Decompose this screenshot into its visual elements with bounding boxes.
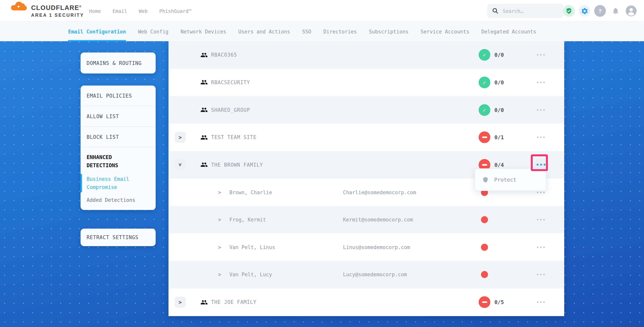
tab-delegated-accounts[interactable]: Delegated Accounts — [481, 22, 536, 41]
protection-count: 0/0 — [494, 79, 504, 85]
check-icon: ✓ — [478, 49, 490, 61]
tab-service-accounts[interactable]: Service Accounts — [421, 22, 469, 41]
status-dot — [481, 271, 488, 278]
member-name: Van Pelt, Lucy — [230, 272, 272, 278]
tab-sso[interactable]: SSO — [302, 22, 311, 41]
table-row-group: > TEST TEAM SITE 0/1 — [168, 124, 564, 151]
registered-mark: ® — [79, 5, 82, 8]
table-row-member: Van Pelt, Linus Linus@somedemocorp.com — [168, 234, 564, 261]
group-name: RBACO365 — [211, 52, 237, 58]
settings-gear-icon[interactable] — [579, 5, 590, 17]
row-actions-button[interactable] — [534, 48, 548, 62]
minus-icon — [478, 296, 490, 308]
row-actions-button[interactable] — [534, 213, 548, 227]
member-email: Lucy@somedemocorp.com — [343, 272, 407, 278]
chevron-right-icon — [218, 189, 221, 195]
tab-email-configuration[interactable]: Email Configuration — [68, 22, 126, 41]
group-icon — [200, 106, 208, 114]
group-name: RBACSECURITY — [211, 79, 250, 85]
group-name: SHARED_GROUP — [211, 107, 250, 113]
expand-button[interactable]: > — [175, 297, 186, 308]
member-email: Linus@somedemocorp.com — [343, 244, 410, 250]
brand-name: CLOUDFLARE — [31, 4, 79, 11]
table-row-member: Van Pelt, Lucy Lucy@somedemocorp.com — [168, 261, 564, 288]
notifications-bell-icon[interactable] — [610, 5, 622, 17]
expand-button[interactable]: > — [175, 132, 186, 143]
sidebar-item-added-detections[interactable]: Added Detections — [80, 194, 156, 210]
table-row-member: Frog, Kermit Kermit@somedemocorp.com — [168, 206, 564, 234]
table-row-group: RBACO365 ✓ 0/0 — [168, 41, 564, 69]
chevron-right-icon: > — [178, 134, 182, 140]
active-indicator-bar — [80, 174, 82, 192]
member-name: Van Pelt, Linus — [230, 244, 275, 250]
protection-count: 0/1 — [494, 134, 504, 140]
chevron-down-icon: > — [177, 163, 183, 166]
nav-item-web[interactable]: Web — [139, 8, 148, 14]
tab-users-and-actions[interactable]: Users and Actions — [238, 22, 290, 41]
sidebar-item-label: BLOCK LIST — [86, 134, 119, 140]
top-navigation: Home Email Web PhishGuard™ — [89, 0, 192, 22]
member-email: Kermit@somedemocorp.com — [343, 217, 413, 223]
group-name: TEST TEAM SITE — [211, 134, 256, 140]
nav-item-home[interactable]: Home — [89, 8, 101, 14]
group-name: THE JOE FAMILY — [211, 299, 256, 305]
chevron-right-icon: > — [178, 299, 182, 305]
secondary-navigation: Email Configuration Web Config Network D… — [0, 22, 644, 41]
app-root: CLOUDFLARE® AREA 1 SECURITY Home Email W… — [0, 0, 644, 327]
sidebar-item-retract-settings: RETRACT SETTINGS — [86, 234, 138, 240]
group-icon — [200, 161, 208, 169]
nav-item-phishguard[interactable]: PhishGuard™ — [159, 8, 192, 14]
check-icon: ✓ — [478, 77, 490, 88]
shield-check-icon[interactable] — [563, 5, 575, 17]
row-actions-button[interactable] — [534, 268, 548, 282]
group-icon — [200, 78, 208, 87]
sidebar-item-domains-routing: DOMAINS & ROUTING — [86, 60, 142, 66]
protection-count: 0/4 — [494, 162, 504, 168]
help-glyph: ? — [598, 8, 602, 14]
chevron-right-icon — [218, 244, 221, 250]
member-name: Frog, Kermit — [230, 217, 266, 223]
sidebar-card-email-policies: EMAIL POLICIES ALLOW LIST BLOCK LIST ENH… — [80, 85, 156, 210]
group-icon — [200, 133, 208, 142]
sidebar-item-enhanced-detections[interactable]: ENHANCED DETECTIONS — [80, 147, 141, 173]
minus-icon — [478, 131, 490, 143]
row-actions-menu: Protect — [475, 168, 546, 191]
shield-icon — [482, 176, 489, 183]
check-icon: ✓ — [478, 104, 490, 116]
row-actions-button[interactable] — [534, 240, 548, 254]
sidebar-item-label: EMAIL POLICIES — [86, 93, 132, 99]
table-row-group: SHARED_GROUP ✓ 0/0 — [168, 96, 564, 124]
search-box[interactable] — [487, 4, 564, 18]
collapse-button[interactable]: > — [175, 159, 186, 170]
table-row-group: RBACSECURITY ✓ 0/0 — [168, 69, 564, 96]
group-icon — [200, 51, 208, 59]
tab-directories[interactable]: Directories — [323, 22, 357, 41]
row-actions-button[interactable] — [534, 130, 548, 144]
sidebar-item-label: ALLOW LIST — [86, 113, 119, 119]
top-header-bar: CLOUDFLARE® AREA 1 SECURITY Home Email W… — [0, 0, 644, 22]
sidebar-card-domains-routing[interactable]: DOMAINS & ROUTING — [80, 52, 156, 73]
tab-subscriptions[interactable]: Subscriptions — [369, 22, 408, 41]
user-avatar-icon[interactable] — [625, 5, 637, 17]
sidebar-item-block-list[interactable]: BLOCK LIST — [80, 127, 156, 147]
row-actions-button[interactable] — [534, 103, 548, 117]
member-email: Charlie@somedemocorp.com — [343, 189, 416, 195]
search-icon — [492, 8, 498, 14]
chevron-right-icon — [218, 217, 221, 223]
search-input[interactable] — [503, 8, 553, 14]
sidebar-item-email-policies[interactable]: EMAIL POLICIES — [80, 85, 156, 106]
row-actions-button[interactable] — [534, 295, 548, 309]
brand-subtitle: AREA 1 SECURITY — [31, 12, 84, 18]
menu-item-protect[interactable]: Protect — [494, 177, 516, 183]
tab-network-devices[interactable]: Network Devices — [180, 22, 226, 41]
protection-count: 0/0 — [494, 52, 504, 58]
sidebar-item-business-email-compromise[interactable]: Business Email Compromise — [80, 173, 156, 194]
nav-item-email[interactable]: Email — [112, 8, 127, 14]
status-dot — [481, 216, 488, 223]
sidebar-item-label: Added Detections — [86, 197, 135, 203]
tab-web-config[interactable]: Web Config — [138, 22, 168, 41]
help-icon[interactable]: ? — [594, 5, 606, 17]
sidebar-item-allow-list[interactable]: ALLOW LIST — [80, 106, 156, 127]
row-actions-button[interactable] — [534, 75, 548, 89]
sidebar-card-retract-settings[interactable]: RETRACT SETTINGS — [80, 228, 156, 246]
